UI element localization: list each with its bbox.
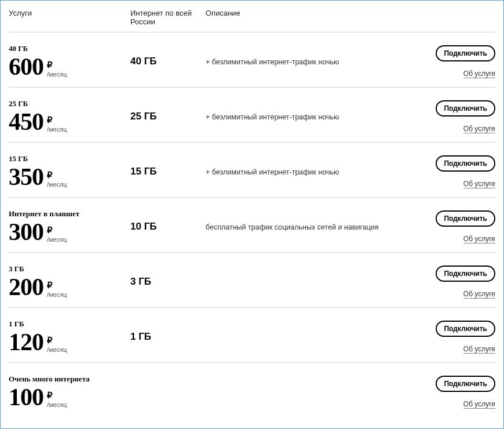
price-line: 300 ₽ /месяц <box>9 220 130 244</box>
ruble-icon: ₽ <box>47 116 67 125</box>
data-cell: 15 ГБ <box>130 166 206 177</box>
desc-cell: + безлимитный интернет-трафик ночью <box>206 56 426 67</box>
plan-description: бесплатный трафик социальных сетей и нав… <box>206 223 379 231</box>
data-amount: 25 ГБ <box>130 111 157 122</box>
per-month-label: /месяц <box>47 126 67 133</box>
desc-cell: бесплатный трафик социальных сетей и нав… <box>206 221 426 232</box>
price-line: 600 ₽ /месяц <box>9 54 130 79</box>
connect-button[interactable]: Подключить <box>436 376 495 392</box>
header-service: Услуги <box>9 9 130 17</box>
table-row: 40 ГБ 600 ₽ /месяц 40 ГБ + безлимитный и… <box>9 32 495 88</box>
per-month-label: /месяц <box>47 181 67 188</box>
data-cell: 10 ГБ <box>130 221 206 232</box>
price-line: 100 ₽ /месяц <box>9 385 130 409</box>
connect-button[interactable]: Подключить <box>436 45 495 61</box>
action-cell: Подключить Об услуге <box>426 266 495 299</box>
service-cell: Очень много интернета 100 ₽ /месяц <box>9 375 130 409</box>
action-cell: Подключить Об услуге <box>426 321 495 354</box>
about-link[interactable]: Об услуге <box>463 125 495 133</box>
price-suffix: ₽ /месяц <box>47 281 67 299</box>
per-month-label: /месяц <box>47 291 67 298</box>
service-cell: 25 ГБ 450 ₽ /месяц <box>9 99 130 134</box>
price-suffix: ₽ /месяц <box>47 116 67 134</box>
desc-cell: + безлимитный интернет-трафик ночью <box>206 111 426 122</box>
price-value: 200 <box>9 275 43 299</box>
header-data: Интернет по всей России <box>130 9 206 26</box>
connect-button[interactable]: Подключить <box>436 266 495 282</box>
plan-description: + безлимитный интернет-трафик ночью <box>206 113 339 121</box>
action-cell: Подключить Об услуге <box>426 155 495 188</box>
per-month-label: /месяц <box>47 71 67 78</box>
about-link[interactable]: Об услуге <box>463 290 495 299</box>
ruble-icon: ₽ <box>47 171 67 180</box>
action-cell: Подключить Об услуге <box>426 45 495 78</box>
service-cell: 3 ГБ 200 ₽ /месяц <box>9 264 130 299</box>
ruble-icon: ₽ <box>47 61 67 70</box>
data-amount: 1 ГБ <box>130 331 151 342</box>
per-month-label: /месяц <box>47 346 67 353</box>
connect-button[interactable]: Подключить <box>436 210 495 227</box>
tariff-table: Услуги Интернет по всей России Описание … <box>1 1 503 417</box>
data-amount: 10 ГБ <box>130 221 157 232</box>
about-link[interactable]: Об услуге <box>463 180 495 188</box>
price-suffix: ₽ /месяц <box>47 226 67 244</box>
service-cell: 40 ГБ 600 ₽ /месяц <box>9 44 130 79</box>
price-suffix: ₽ /месяц <box>47 171 67 189</box>
price-line: 450 ₽ /месяц <box>9 110 130 134</box>
data-cell: 3 ГБ <box>130 276 206 288</box>
plan-title: 1 ГБ <box>9 319 130 329</box>
plan-title: Интернет в планшет <box>9 209 130 219</box>
data-amount: 3 ГБ <box>130 276 151 287</box>
price-value: 120 <box>9 330 43 354</box>
table-row: 1 ГБ 120 ₽ /месяц 1 ГБ Подключить Об усл… <box>9 308 495 363</box>
plan-title: 40 ГБ <box>9 44 130 53</box>
per-month-label: /месяц <box>47 236 67 243</box>
price-line: 200 ₽ /месяц <box>9 275 130 299</box>
plan-title: 3 ГБ <box>9 264 130 274</box>
price-value: 450 <box>9 110 43 134</box>
service-cell: Интернет в планшет 300 ₽ /месяц <box>9 209 130 244</box>
per-month-label: /месяц <box>47 401 67 408</box>
connect-button[interactable]: Подключить <box>436 321 495 337</box>
plan-title: Очень много интернета <box>9 375 130 384</box>
price-value: 300 <box>9 220 43 244</box>
ruble-icon: ₽ <box>47 391 67 400</box>
price-suffix: ₽ /месяц <box>47 61 67 79</box>
desc-cell: + безлимитный интернет-трафик ночью <box>206 166 426 177</box>
table-header: Услуги Интернет по всей России Описание <box>9 1 495 32</box>
service-cell: 15 ГБ 350 ₽ /месяц <box>9 154 130 189</box>
action-cell: Подключить Об услуге <box>426 100 495 133</box>
price-suffix: ₽ /месяц <box>47 336 67 354</box>
connect-button[interactable]: Подключить <box>436 155 495 172</box>
price-line: 350 ₽ /месяц <box>9 165 130 189</box>
table-row: 3 ГБ 200 ₽ /месяц 3 ГБ Подключить Об усл… <box>9 253 495 308</box>
about-link[interactable]: Об услуге <box>463 345 495 354</box>
data-cell: 40 ГБ <box>130 56 206 67</box>
table-row: Очень много интернета 100 ₽ /месяц Подкл… <box>9 363 495 417</box>
plan-title: 15 ГБ <box>9 154 130 163</box>
plan-description: + безлимитный интернет-трафик ночью <box>206 168 339 176</box>
service-cell: 1 ГБ 120 ₽ /месяц <box>9 319 130 354</box>
plan-description: + безлимитный интернет-трафик ночью <box>206 58 339 66</box>
about-link[interactable]: Об услуге <box>463 400 495 409</box>
data-amount: 15 ГБ <box>130 166 157 177</box>
table-row: 25 ГБ 450 ₽ /месяц 25 ГБ + безлимитный и… <box>9 88 495 143</box>
plan-title: 25 ГБ <box>9 99 130 108</box>
about-link[interactable]: Об услуге <box>463 235 495 243</box>
price-suffix: ₽ /месяц <box>47 391 67 409</box>
ruble-icon: ₽ <box>47 226 67 235</box>
action-cell: Подключить Об услуге <box>426 210 495 243</box>
data-amount: 40 ГБ <box>130 56 157 67</box>
header-desc: Описание <box>206 9 426 17</box>
action-cell: Подключить Об услуге <box>426 376 495 409</box>
about-link[interactable]: Об услуге <box>463 70 495 78</box>
connect-button[interactable]: Подключить <box>436 100 495 117</box>
table-row: 15 ГБ 350 ₽ /месяц 15 ГБ + безлимитный и… <box>9 143 495 198</box>
price-line: 120 ₽ /месяц <box>9 330 130 354</box>
price-value: 350 <box>9 165 43 189</box>
price-value: 100 <box>9 385 43 409</box>
data-cell: 1 ГБ <box>130 331 206 343</box>
data-cell: 25 ГБ <box>130 111 206 122</box>
ruble-icon: ₽ <box>47 281 67 290</box>
ruble-icon: ₽ <box>47 336 67 345</box>
